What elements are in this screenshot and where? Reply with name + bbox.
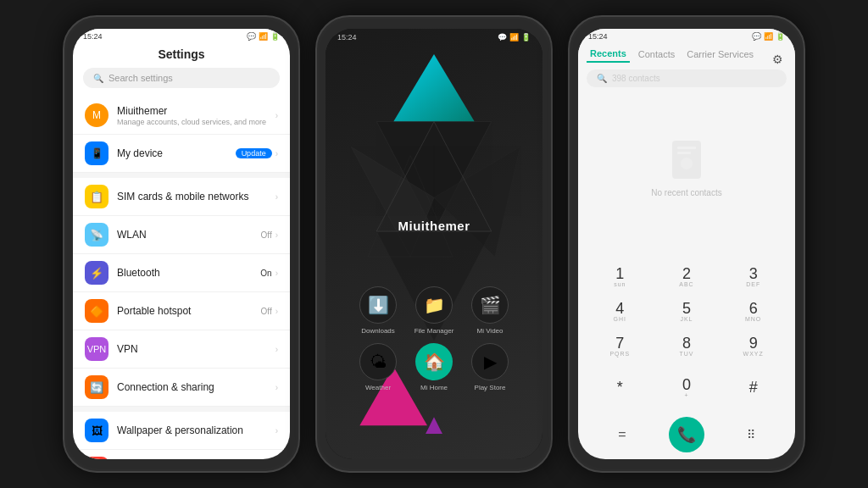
bluetooth-item[interactable]: ⚡ Bluetooth On › xyxy=(73,254,290,292)
chevron-icon: › xyxy=(275,192,278,202)
dial-key-9[interactable]: 9WXYZ xyxy=(720,329,787,363)
app-mivideo[interactable]: 🎬 Mi Video xyxy=(466,286,514,335)
hotspot-text: Portable hotspot xyxy=(117,305,261,317)
svg-rect-11 xyxy=(677,152,691,154)
my-device-item[interactable]: 📱 My device Update › xyxy=(73,135,290,173)
dial-key-1[interactable]: 1sun xyxy=(587,259,654,294)
msg-icon: 💬 xyxy=(498,33,507,42)
wallpaper-icon: 🖼 xyxy=(85,419,108,442)
device-icon: 📱 xyxy=(85,141,108,165)
app-weather[interactable]: 🌤 Weather xyxy=(354,343,402,391)
settings-gear-icon[interactable]: ⚙ xyxy=(772,53,783,66)
wlan-icon: 📡 xyxy=(85,223,108,247)
dial-key-star[interactable]: * xyxy=(587,379,654,396)
settings-screen: 15:24 💬 📶 🔋 Settings 🔍 Search settings M… xyxy=(73,29,290,459)
chevron-icon: › xyxy=(275,345,278,354)
app-icon-mihome: 🏠 xyxy=(415,343,453,380)
chevron-icon: › xyxy=(275,383,278,392)
contact-search-bar[interactable]: 🔍 398 contacts xyxy=(587,69,787,87)
no-recents-text: No recent contacts xyxy=(651,188,721,197)
wallpaper-item[interactable]: 🖼 Wallpaper & personalization › xyxy=(73,412,290,450)
hotspot-icon: 🔶 xyxy=(85,299,108,323)
phone-settings: 15:24 💬 📶 🔋 Settings 🔍 Search settings M… xyxy=(63,15,300,473)
tab-carrier[interactable]: Carrier Services xyxy=(683,47,757,62)
call-button[interactable]: 📞 xyxy=(669,417,704,452)
status-icons: 💬 📶 🔋 xyxy=(247,32,280,41)
home-screen: 15:24 💬 📶 🔋 xyxy=(326,29,542,459)
call-row: = 📞 ⠿ xyxy=(578,413,795,459)
signal-icon: 📶 xyxy=(259,32,268,41)
sim-label: SIM cards & mobile networks xyxy=(117,191,275,202)
settings-title: Settings xyxy=(73,42,290,68)
svg-rect-10 xyxy=(677,147,696,149)
battery-icon: 🔋 xyxy=(521,33,531,42)
dialer-content: 15:24 💬 📶 🔋 ⚙ Recents Contacts Carrier S… xyxy=(578,29,795,459)
dial-key-2[interactable]: 2ABC xyxy=(654,259,721,294)
chevron-icon: › xyxy=(275,426,278,435)
vpn-label: VPN xyxy=(117,343,275,355)
dialer-status-bar: 15:24 💬 📶 🔋 xyxy=(578,29,795,42)
hotspot-item[interactable]: 🔶 Portable hotspot Off › xyxy=(73,292,290,330)
wlan-status: Off xyxy=(261,230,272,240)
home-status-icons: 💬 📶 🔋 xyxy=(498,33,531,42)
dial-key-5[interactable]: 5JKL xyxy=(654,294,721,329)
wallpaper-label: Wallpaper & personalization xyxy=(117,424,275,436)
vpn-item[interactable]: VPN VPN › xyxy=(73,330,290,369)
app-icon-playstore: ▶ xyxy=(471,343,509,380)
connection-item[interactable]: 🔄 Connection & sharing › xyxy=(73,369,290,407)
dial-key-7[interactable]: 7PQRS xyxy=(587,329,654,363)
app-label-mivideo: Mi Video xyxy=(477,327,504,335)
app-playstore[interactable]: ▶ Play Store xyxy=(466,343,514,391)
bt-text: Bluetooth xyxy=(117,267,260,279)
app-label-weather: Weather xyxy=(365,384,391,391)
tab-contacts[interactable]: Contacts xyxy=(635,47,678,62)
signal-icon: 📶 xyxy=(509,33,519,42)
no-recents-icon xyxy=(665,136,708,183)
vpn-icon: VPN xyxy=(85,337,108,361)
update-badge[interactable]: Update xyxy=(236,148,272,158)
home-status-bar: 15:24 💬 📶 🔋 xyxy=(326,29,542,43)
dialer-screen-wrap: 15:24 💬 📶 🔋 ⚙ Recents Contacts Carrier S… xyxy=(578,29,795,459)
app-icon-filemanager: 📁 xyxy=(415,286,453,324)
dial-key-0[interactable]: 0+ xyxy=(654,370,721,405)
app-label-filemanager: File Manager xyxy=(415,327,454,335)
app-downloads[interactable]: ⬇️ Downloads xyxy=(354,286,402,335)
battery-icon: 🔋 xyxy=(776,32,785,41)
dial-dots-icon[interactable]: ⠿ xyxy=(719,428,783,441)
svg-marker-6 xyxy=(426,417,442,434)
chevron-icon: › xyxy=(275,149,278,158)
dial-key-equals[interactable]: = xyxy=(590,427,654,442)
bt-status: On xyxy=(260,269,271,278)
lockscreen-item[interactable]: 🔏 Always-on display & Lock screen › xyxy=(73,450,290,459)
dial-key-8[interactable]: 8TUV xyxy=(654,329,721,363)
app-icon-mivideo: 🎬 xyxy=(471,286,509,324)
tab-recents[interactable]: Recents xyxy=(587,46,630,63)
sim-item[interactable]: 📋 SIM cards & mobile networks › xyxy=(73,178,290,216)
search-bar[interactable]: 🔍 Search settings xyxy=(83,68,280,88)
settings-content: Settings 🔍 Search settings M Miuithemer … xyxy=(73,42,290,459)
hotspot-right: Off › xyxy=(261,307,279,316)
app-filemanager[interactable]: 📁 File Manager xyxy=(410,286,458,335)
status-time: 15:24 xyxy=(83,32,103,41)
app-icon-weather: 🌤 xyxy=(359,343,397,380)
triangle-art xyxy=(326,29,542,459)
battery-icon: 🔋 xyxy=(270,32,280,41)
dial-key-hash[interactable]: # xyxy=(720,379,787,396)
svg-marker-0 xyxy=(393,54,475,122)
dial-key-3[interactable]: 3DEF xyxy=(720,259,787,294)
profile-item[interactable]: M Miuithemer Manage accounts, cloud serv… xyxy=(73,97,290,135)
status-bar: 15:24 💬 📶 🔋 xyxy=(73,29,290,42)
app-name-label: Miuithemer xyxy=(398,219,470,233)
phone-home: 15:24 💬 📶 🔋 xyxy=(315,15,553,473)
dial-key-4[interactable]: 4GHI xyxy=(587,294,654,329)
app-mihome[interactable]: 🏠 Mi Home xyxy=(410,343,458,391)
home-bg: 15:24 💬 📶 🔋 xyxy=(326,29,542,459)
wlan-item[interactable]: 📡 WLAN Off › xyxy=(73,216,290,254)
bt-label: Bluetooth xyxy=(117,267,260,279)
dial-key-6[interactable]: 6MNO xyxy=(720,294,787,329)
search-icon: 🔍 xyxy=(597,74,607,83)
no-recents-area: No recent contacts xyxy=(578,91,795,259)
dial-bottom-row: * 0+ # xyxy=(578,363,795,413)
profile-text: Miuithemer Manage accounts, cloud servic… xyxy=(117,105,275,126)
lockscreen-icon: 🔏 xyxy=(85,457,108,459)
